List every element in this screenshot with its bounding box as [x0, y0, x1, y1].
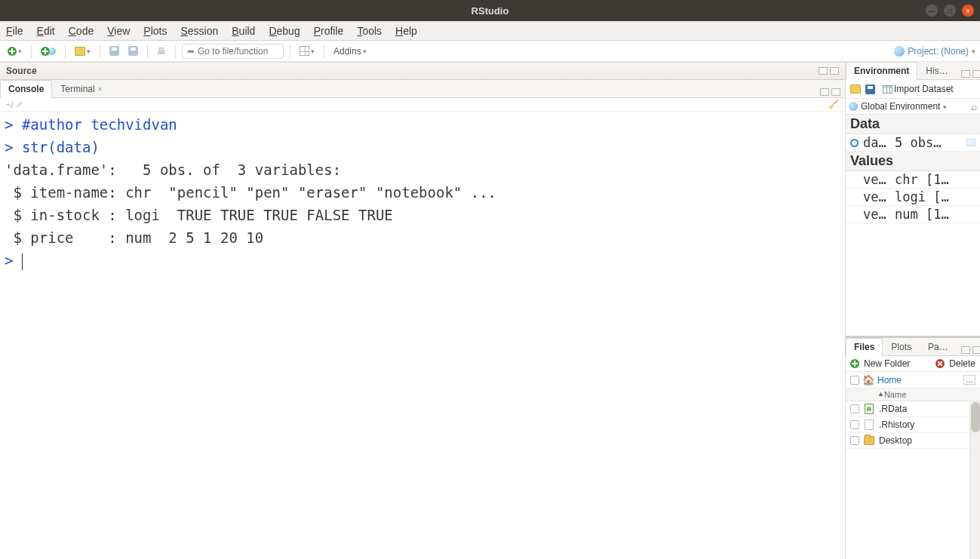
print-button[interactable]: 🖶 [154, 45, 169, 58]
env-row[interactable]: da…5 obs… [846, 134, 980, 152]
save-all-icon [128, 46, 138, 56]
tab-packages[interactable]: Pa… [920, 338, 957, 355]
expand-icon[interactable] [850, 139, 859, 147]
env-var-value: logi [… [895, 189, 975, 204]
view-grid-icon[interactable] [966, 139, 975, 146]
addins-button[interactable]: Addins ▾ [330, 45, 370, 58]
env-scope-bar: Global Environment ▾ [846, 99, 980, 115]
save-all-button[interactable] [125, 45, 141, 57]
import-dataset-button[interactable]: Import Dataset [880, 82, 957, 96]
globe-icon [849, 102, 858, 111]
menu-build[interactable]: Build [232, 25, 255, 37]
clear-console-icon[interactable]: 🧹 [828, 100, 839, 109]
pane-maximize-icon[interactable] [830, 67, 839, 75]
tab-close-icon[interactable]: × [98, 85, 103, 94]
pane-maximize-icon[interactable] [972, 70, 980, 78]
env-var-name: ve… [863, 207, 890, 222]
tab-plots[interactable]: Plots [883, 338, 920, 355]
menu-code[interactable]: Code [69, 25, 94, 37]
pane-minimize-icon[interactable] [961, 70, 970, 78]
menu-debug[interactable]: Debug [269, 25, 300, 37]
env-row[interactable]: ve…logi [… [846, 189, 980, 206]
pane-minimize-icon[interactable] [820, 88, 829, 96]
files-tabs: Files Plots Pa… [846, 338, 980, 356]
env-toolbar: Import Dataset [846, 80, 980, 99]
console-output[interactable]: > #author techvidvan > str(data) 'data.f… [0, 112, 845, 559]
env-section-header: Values [846, 152, 980, 171]
menu-view[interactable]: View [107, 25, 130, 37]
main-toolbar: ▾ ▾ 🖶 ➦ ▾ Addins ▾ Project: (None) ▾ [0, 41, 980, 62]
file-name: Desktop [879, 435, 912, 446]
column-name[interactable]: Name [884, 390, 906, 399]
files-header: ▲ Name [846, 389, 980, 401]
delete-icon [935, 359, 945, 368]
share-icon: ➦ [187, 46, 195, 57]
maximize-icon[interactable]: □ [944, 5, 956, 17]
pane-maximize-icon[interactable] [972, 346, 980, 354]
scrollbar-thumb[interactable] [971, 402, 980, 432]
tab-environment[interactable]: Environment [846, 62, 917, 80]
menu-tools[interactable]: Tools [357, 25, 382, 37]
search-icon[interactable] [971, 100, 977, 112]
minimize-icon[interactable]: — [926, 5, 938, 17]
menu-file[interactable]: File [6, 25, 23, 37]
env-row[interactable]: ve…chr [1… [846, 171, 980, 189]
menu-plots[interactable]: Plots [143, 25, 167, 37]
tab-terminal[interactable]: Terminal× [52, 80, 110, 97]
file-row[interactable]: .Rhistory [846, 417, 969, 433]
select-all-checkbox[interactable] [850, 376, 859, 385]
tab-console[interactable]: Console [0, 80, 52, 98]
new-project-button[interactable] [38, 45, 59, 57]
menu-profile[interactable]: Profile [314, 25, 344, 37]
source-pane-header: Source [0, 62, 845, 80]
new-folder-icon [850, 359, 859, 368]
menu-edit[interactable]: Edit [37, 25, 55, 37]
goto-dir-icon[interactable]: ⇗ [16, 100, 23, 109]
open-button[interactable]: ▾ [72, 45, 94, 57]
file-name: .Rhistory [879, 419, 914, 430]
pane-maximize-icon[interactable] [831, 88, 840, 96]
more-path-button[interactable]: … [963, 375, 975, 385]
grid-icon [300, 46, 309, 56]
files-toolbar: New Folder Delete [846, 356, 980, 372]
env-row[interactable]: ve…num [1… [846, 206, 980, 223]
env-scope-selector[interactable]: Global Environment ▾ [861, 101, 947, 112]
env-section-header: Data [846, 115, 980, 134]
scrollbar[interactable] [969, 401, 980, 559]
save-button[interactable] [106, 45, 122, 57]
chevron-up-icon[interactable]: ▲ [877, 390, 884, 399]
breadcrumb-home[interactable]: Home [877, 375, 902, 385]
plus-icon [8, 47, 17, 56]
menu-help[interactable]: Help [395, 25, 417, 37]
environment-list: Datada…5 obs…Valuesve…chr [1…ve…logi […v… [846, 115, 980, 336]
save-icon [109, 46, 119, 56]
file-checkbox[interactable] [850, 436, 859, 445]
file-checkbox[interactable] [850, 404, 859, 413]
tab-files[interactable]: Files [846, 338, 883, 356]
file-icon [865, 419, 874, 430]
main-menu-bar: File Edit Code View Plots Session Build … [0, 21, 980, 41]
file-row[interactable]: Desktop [846, 433, 969, 449]
rdata-icon: R [865, 404, 874, 414]
new-file-button[interactable]: ▾ [5, 45, 25, 57]
env-tabs: Environment His… [846, 62, 980, 80]
goto-file-input[interactable]: ➦ [182, 44, 284, 59]
new-folder-button[interactable]: New Folder [864, 358, 910, 369]
menu-session[interactable]: Session [180, 25, 218, 37]
tab-history[interactable]: His… [917, 62, 956, 79]
close-icon[interactable]: × [962, 5, 974, 17]
grid-button[interactable]: ▾ [296, 45, 318, 57]
home-icon[interactable]: 🏠 [862, 374, 874, 385]
delete-button[interactable]: Delete [949, 358, 975, 369]
save-workspace-icon[interactable] [865, 84, 875, 94]
pane-minimize-icon[interactable] [961, 346, 970, 354]
load-workspace-icon[interactable] [850, 84, 861, 94]
env-var-name: ve… [863, 172, 890, 187]
goto-file-field[interactable] [198, 46, 278, 57]
project-selector[interactable]: Project: (None) [908, 46, 969, 57]
console-tabs: Console Terminal× [0, 80, 845, 98]
env-var-value: num [1… [895, 207, 975, 222]
file-checkbox[interactable] [850, 420, 859, 429]
pane-minimize-icon[interactable] [819, 67, 828, 75]
file-row[interactable]: R.RData [846, 401, 969, 417]
